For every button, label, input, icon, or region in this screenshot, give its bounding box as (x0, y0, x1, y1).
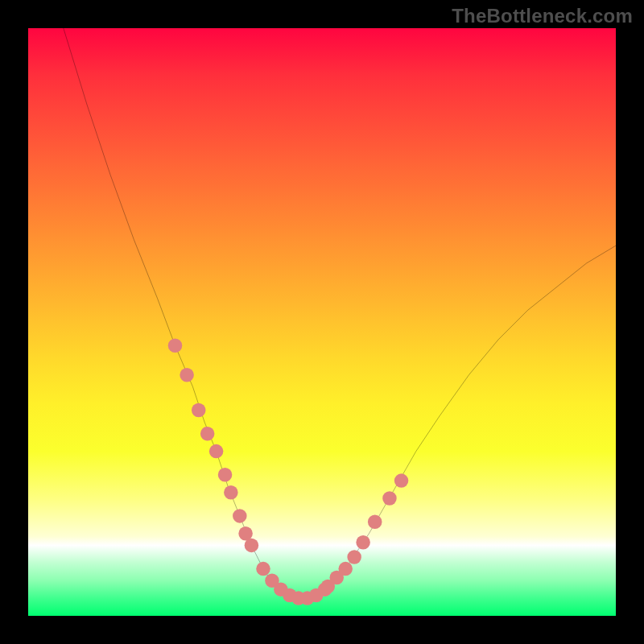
highlight-segment-right (321, 473, 409, 593)
highlight-dot (347, 550, 361, 564)
highlight-segment-bottom (256, 562, 332, 605)
highlight-dot (168, 338, 183, 353)
highlight-dot (394, 473, 409, 488)
highlight-dot (356, 535, 370, 550)
highlight-dot (218, 468, 233, 482)
highlight-dot (224, 485, 238, 500)
highlight-dot (338, 562, 353, 576)
highlight-dot (245, 539, 259, 553)
highlight-dot (200, 427, 215, 441)
highlight-segment-left (168, 338, 258, 552)
highlight-dot (256, 562, 270, 576)
chart-svg (28, 28, 616, 616)
highlight-dot (192, 403, 206, 418)
highlight-dot (209, 444, 224, 459)
bottleneck-curve (64, 28, 616, 598)
highlight-dot (382, 491, 397, 506)
chart-frame: TheBottleneck.com (0, 0, 644, 644)
highlight-dot (368, 514, 382, 529)
highlight-dot (233, 509, 247, 523)
highlight-dot (180, 368, 194, 382)
plot-area (28, 28, 616, 616)
watermark-text: TheBottleneck.com (452, 5, 633, 27)
